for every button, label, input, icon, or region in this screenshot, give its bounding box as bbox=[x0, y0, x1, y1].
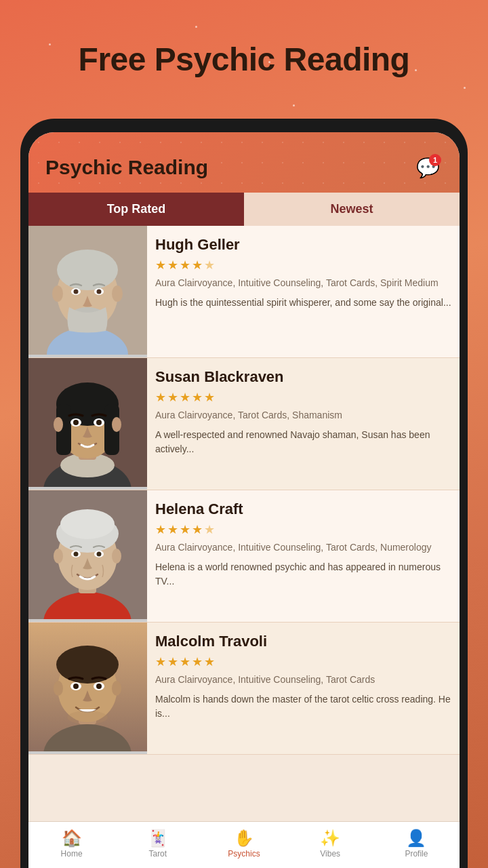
psychic-skills-1: Aura Clairvoyance, Intuitive Counseling,… bbox=[155, 277, 451, 290]
nav-psychics[interactable]: ✋ Psychics bbox=[201, 827, 287, 861]
svg-point-49 bbox=[96, 684, 102, 689]
psychic-skills-4: Aura Clairvoyance, Intuitive Counseling,… bbox=[155, 673, 451, 687]
svg-point-48 bbox=[73, 684, 79, 689]
star-1-3: ★ bbox=[180, 258, 190, 273]
notification-badge: 1 bbox=[429, 154, 441, 166]
star-3-4: ★ bbox=[192, 522, 203, 537]
psychic-info-3: Helena Craft ★ ★ ★ ★ ★ Aura Clairvoyance… bbox=[147, 490, 460, 622]
star-4-4: ★ bbox=[192, 654, 203, 669]
star-3-1: ★ bbox=[155, 522, 166, 537]
nav-psychics-label: Psychics bbox=[228, 849, 260, 859]
star-3-5: ★ bbox=[204, 522, 215, 537]
star-1-2: ★ bbox=[167, 258, 178, 273]
star-1-5: ★ bbox=[204, 258, 215, 273]
rating-4: ★ ★ ★ ★ ★ bbox=[155, 654, 451, 669]
tab-newest[interactable]: Newest bbox=[244, 193, 460, 226]
svg-point-25 bbox=[96, 420, 102, 425]
psychic-info-1: Hugh Geller ★ ★ ★ ★ ★ Aura Clairvoyance,… bbox=[147, 226, 460, 357]
psychic-skills-2: Aura Clairvoyance, Tarot Cards, Shamanis… bbox=[155, 409, 451, 422]
star-2-5: ★ bbox=[204, 390, 215, 405]
svg-point-20 bbox=[54, 417, 63, 432]
nav-home[interactable]: 🏠 Home bbox=[28, 827, 115, 861]
notification-button[interactable]: 💬 1 bbox=[413, 153, 443, 182]
psychic-card-4[interactable]: Malcolm Travoli ★ ★ ★ ★ ★ Aura Clairvoya… bbox=[28, 623, 460, 755]
psychic-card-2[interactable]: Susan Blackraven ★ ★ ★ ★ ★ Aura Clairvoy… bbox=[28, 358, 460, 490]
svg-point-36 bbox=[74, 552, 79, 557]
home-icon: 🏠 bbox=[62, 830, 82, 846]
svg-point-45 bbox=[112, 681, 121, 696]
psychic-desc-4: Malcolm is hands down the master of the … bbox=[155, 692, 451, 721]
psychics-icon: ✋ bbox=[234, 830, 254, 846]
psychic-desc-1: Hugh is the quintessential spirit whispe… bbox=[155, 296, 451, 310]
psychic-avatar-2 bbox=[28, 358, 147, 490]
svg-point-31 bbox=[60, 509, 115, 539]
star-4-3: ★ bbox=[180, 654, 190, 669]
svg-point-24 bbox=[73, 420, 79, 425]
background-title: Free Psychic Reading bbox=[14, 41, 474, 78]
nav-tarot-label: Tarot bbox=[148, 849, 167, 859]
nav-tarot[interactable]: 🃏 Tarot bbox=[115, 827, 201, 861]
svg-point-21 bbox=[112, 417, 121, 432]
tarot-icon: 🃏 bbox=[148, 830, 168, 846]
star-4-5: ★ bbox=[204, 654, 215, 669]
svg-point-5 bbox=[52, 285, 63, 302]
star-2-4: ★ bbox=[192, 390, 203, 405]
phone-frame: Psychic Reading 💬 1 Top Rated Newest bbox=[20, 119, 468, 868]
psychic-card-3[interactable]: Helena Craft ★ ★ ★ ★ ★ Aura Clairvoyance… bbox=[28, 490, 460, 623]
star-1-1: ★ bbox=[155, 258, 166, 273]
rating-1: ★ ★ ★ ★ ★ bbox=[155, 258, 451, 273]
svg-point-32 bbox=[54, 549, 63, 564]
app-header: Psychic Reading 💬 1 bbox=[28, 132, 460, 193]
star-2-2: ★ bbox=[167, 390, 178, 405]
nav-vibes-label: Vibes bbox=[320, 849, 340, 859]
profile-icon: 👤 bbox=[406, 830, 426, 846]
star-4-2: ★ bbox=[167, 654, 178, 669]
psychic-name-1: Hugh Geller bbox=[155, 236, 451, 254]
nav-vibes[interactable]: ✨ Vibes bbox=[287, 827, 373, 861]
star-4-1: ★ bbox=[155, 654, 166, 669]
psychic-card-1[interactable]: Hugh Geller ★ ★ ★ ★ ★ Aura Clairvoyance,… bbox=[28, 226, 460, 358]
psychic-name-3: Helena Craft bbox=[155, 500, 451, 518]
svg-point-10 bbox=[97, 290, 102, 294]
star-1-4: ★ bbox=[192, 258, 203, 273]
psychic-info-4: Malcolm Travoli ★ ★ ★ ★ ★ Aura Clairvoya… bbox=[147, 623, 460, 754]
nav-profile-label: Profile bbox=[405, 849, 428, 859]
psychic-avatar-1 bbox=[28, 226, 147, 357]
nav-home-label: Home bbox=[61, 849, 83, 859]
nav-profile[interactable]: 👤 Profile bbox=[373, 827, 460, 861]
svg-point-43 bbox=[56, 646, 119, 684]
star-2-3: ★ bbox=[180, 390, 190, 405]
app-title: Psychic Reading bbox=[45, 156, 208, 179]
psychic-avatar-4 bbox=[28, 623, 147, 754]
rating-2: ★ ★ ★ ★ ★ bbox=[155, 390, 451, 405]
star-3-3: ★ bbox=[180, 522, 190, 537]
svg-point-50 bbox=[67, 711, 108, 724]
svg-point-4 bbox=[57, 250, 118, 290]
psychic-list[interactable]: Hugh Geller ★ ★ ★ ★ ★ Aura Clairvoyance,… bbox=[28, 226, 460, 821]
tab-top-rated[interactable]: Top Rated bbox=[28, 193, 244, 226]
star-2-1: ★ bbox=[155, 390, 166, 405]
tabs-container: Top Rated Newest bbox=[28, 193, 460, 226]
psychic-skills-3: Aura Clairvoyance, Intuitive Counseling,… bbox=[155, 541, 451, 555]
svg-point-44 bbox=[54, 681, 63, 696]
psychic-desc-3: Helena is a world renowned psychic and h… bbox=[155, 560, 451, 589]
psychic-avatar-3 bbox=[28, 490, 147, 622]
bottom-nav: 🏠 Home 🃏 Tarot ✋ Psychics ✨ Vibes 👤 Prof… bbox=[28, 821, 460, 868]
rating-3: ★ ★ ★ ★ ★ bbox=[155, 522, 451, 537]
svg-point-33 bbox=[112, 549, 121, 564]
svg-point-37 bbox=[97, 552, 102, 557]
psychic-desc-2: A well-respected and renowned Navajo sha… bbox=[155, 428, 451, 456]
psychic-info-2: Susan Blackraven ★ ★ ★ ★ ★ Aura Clairvoy… bbox=[147, 358, 460, 490]
phone-screen: Psychic Reading 💬 1 Top Rated Newest bbox=[28, 132, 460, 868]
vibes-icon: ✨ bbox=[320, 830, 340, 846]
svg-point-6 bbox=[112, 285, 123, 302]
star-3-2: ★ bbox=[167, 522, 178, 537]
psychic-name-2: Susan Blackraven bbox=[155, 368, 451, 386]
psychic-name-4: Malcolm Travoli bbox=[155, 633, 451, 650]
top-header: Free Psychic Reading bbox=[0, 0, 488, 92]
svg-point-9 bbox=[74, 290, 79, 294]
